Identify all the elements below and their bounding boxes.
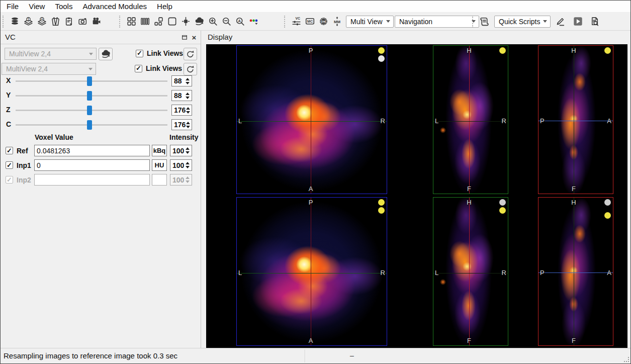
navigation-dropdown[interactable]: Navigation	[395, 16, 479, 28]
layout-columns-icon[interactable]	[138, 15, 152, 29]
slider-handle[interactable]	[87, 120, 92, 130]
mm-scaling-icon[interactable]: MM	[330, 15, 344, 29]
menu-item-tools[interactable]: Tools	[50, 1, 77, 12]
indicator-dot-yellow[interactable]	[499, 47, 506, 54]
coronal-view[interactable]: H F L R	[433, 197, 508, 346]
indicator-dot-yellow[interactable]	[378, 199, 385, 206]
indicator-dot-grey[interactable]	[499, 199, 506, 206]
layout-grid-icon[interactable]	[125, 15, 138, 29]
voxel-value-input[interactable]	[34, 145, 150, 156]
layers-add-icon[interactable]: +	[35, 15, 49, 29]
spin-up-icon[interactable]	[186, 122, 190, 124]
toolbar-grip[interactable]	[472, 16, 475, 28]
crosshair-vertical-line[interactable]	[311, 46, 311, 194]
spin-up-icon[interactable]	[186, 78, 190, 80]
slider-spinbox[interactable]: 88	[171, 90, 192, 101]
crosshair-vertical-line[interactable]	[311, 198, 311, 345]
menu-item-view[interactable]: View	[24, 1, 50, 12]
spin-down-icon[interactable]	[186, 166, 190, 168]
spin-down-icon[interactable]	[186, 82, 190, 84]
voxel-checkbox[interactable]: ✓	[6, 176, 13, 184]
spin-down-icon[interactable]	[186, 151, 190, 154]
panel-float-icon[interactable]	[181, 33, 189, 41]
multi-view-dropdown[interactable]: Multi View	[346, 16, 394, 28]
overlay-indicator-dots[interactable]	[499, 199, 506, 215]
slider-track[interactable]	[16, 95, 167, 97]
multiview-dropdown-1[interactable]: MultiView 2,4	[5, 48, 97, 60]
toolbar-grip[interactable]	[3, 16, 5, 28]
link-views-checkbox-1[interactable]: ✓ Link Views	[136, 49, 183, 57]
toolbar-grip[interactable]	[284, 16, 287, 28]
indicator-dot-yellow[interactable]	[499, 207, 506, 214]
voxel-value-input[interactable]	[34, 174, 150, 186]
menu-item-help[interactable]: Help	[152, 1, 177, 12]
menu-item-advanced-modules[interactable]: Advanced Modules	[77, 1, 152, 12]
indicator-dot-yellow[interactable]	[604, 212, 611, 219]
slider-handle[interactable]	[87, 76, 92, 86]
sagittal-view[interactable]: H F P A	[538, 45, 613, 194]
overlay-indicator-dots[interactable]	[378, 199, 385, 215]
indicator-dot-grey[interactable]	[604, 199, 611, 206]
spin-down-icon[interactable]	[186, 180, 190, 183]
spin-down-icon[interactable]	[186, 111, 190, 114]
spin-up-icon[interactable]	[186, 147, 190, 150]
dm-settings-gear-icon[interactable]: DM	[317, 15, 330, 29]
crosshair-horizontal-line[interactable]	[538, 121, 613, 121]
slider-spinbox[interactable]: 88	[171, 75, 192, 86]
crosshair-horizontal-line[interactable]	[433, 121, 508, 122]
reset-views-button-1[interactable]	[184, 48, 197, 60]
spin-up-icon[interactable]	[186, 107, 190, 110]
indicator-dot-yellow[interactable]	[378, 207, 385, 214]
slider-track[interactable]	[16, 110, 167, 112]
display-canvas[interactable]: P A L R H F L R H F P A P A L R H F	[206, 44, 627, 348]
spin-down-icon[interactable]	[186, 126, 190, 128]
layout-single-icon[interactable]	[165, 15, 179, 29]
multiview-dropdown-2[interactable]: MultiView 2,4	[2, 63, 96, 75]
script-log-document-icon[interactable]	[588, 15, 601, 29]
run-script-play-icon[interactable]	[571, 15, 585, 29]
voxel-checkbox[interactable]: ✓	[6, 161, 13, 169]
crosshair-vertical-line[interactable]	[469, 198, 470, 345]
intensity-spinbox[interactable]: 100	[170, 145, 192, 156]
crosshair-horizontal-line[interactable]	[538, 272, 613, 273]
mc-controls-icon[interactable]: MC	[303, 15, 317, 29]
voxel-checkbox[interactable]: ✓	[6, 147, 13, 154]
cine-capture-icon[interactable]	[89, 15, 103, 29]
zoom-out-icon[interactable]	[220, 15, 233, 29]
crosshair-vertical-line[interactable]	[469, 46, 470, 194]
coronal-view[interactable]: H F L R	[433, 45, 508, 194]
slider-track[interactable]	[16, 124, 167, 126]
checkbox-icon[interactable]: ✓	[135, 65, 142, 72]
slider-spinbox[interactable]: 176	[171, 119, 192, 130]
axial-view[interactable]: P A L R	[236, 197, 387, 346]
spin-down-icon[interactable]	[186, 97, 190, 99]
intensity-spinbox[interactable]: 100	[170, 159, 192, 171]
overlay-indicator-dots[interactable]	[499, 47, 506, 55]
color-channels-icon[interactable]	[247, 15, 260, 29]
spin-up-icon[interactable]	[186, 176, 190, 179]
body-volume-icon[interactable]	[49, 15, 62, 29]
intensity-spinbox[interactable]: 100	[170, 174, 192, 186]
spin-up-icon[interactable]	[186, 162, 190, 164]
crosshair-horizontal-line[interactable]	[237, 121, 387, 122]
indicator-dot-yellow[interactable]	[378, 47, 385, 54]
crosshair-vertical-line[interactable]	[574, 198, 574, 345]
quick-scripts-scroll-icon[interactable]	[478, 15, 491, 29]
slider-handle[interactable]	[87, 91, 92, 101]
overlay-indicator-dots[interactable]	[604, 199, 611, 220]
overlay-indicator-dots[interactable]	[604, 47, 611, 55]
axial-view[interactable]: P A L R	[236, 45, 387, 194]
link-views-checkbox-2[interactable]: ✓ Link Views	[135, 64, 182, 72]
layout-mixed-icon[interactable]	[152, 15, 165, 29]
pin-crosshair-icon[interactable]	[179, 15, 193, 29]
edit-script-pencil-icon[interactable]	[554, 15, 567, 29]
panel-close-icon[interactable]: ×	[190, 33, 198, 41]
vc-controls-icon[interactable]: VC	[290, 15, 303, 29]
zoom-auto-icon[interactable]: A	[233, 15, 247, 29]
clipboard-report-icon[interactable]	[62, 15, 76, 29]
crosshair-vertical-line[interactable]	[574, 46, 574, 194]
toolbar-grip[interactable]	[119, 16, 122, 28]
indicator-dot-yellow[interactable]	[604, 47, 611, 54]
slider-track[interactable]	[16, 80, 167, 82]
overlay-indicator-dots[interactable]	[378, 47, 385, 63]
